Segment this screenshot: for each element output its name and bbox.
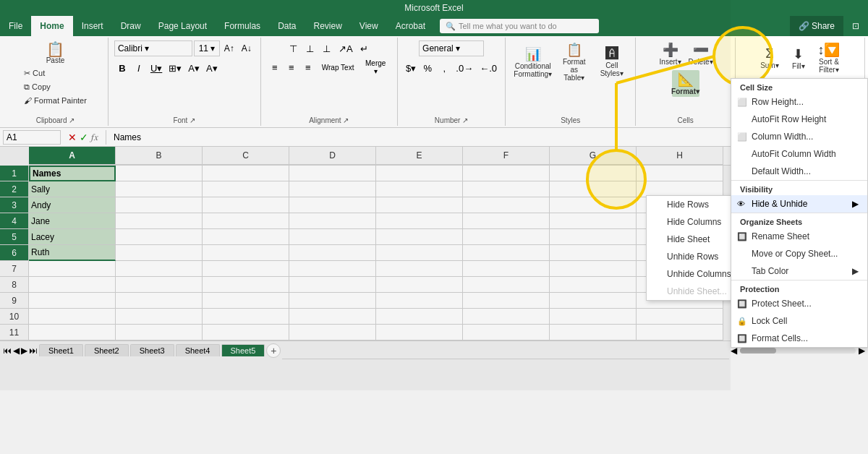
- cell-C9[interactable]: [203, 293, 289, 309]
- cell-F10[interactable]: [463, 309, 550, 325]
- format-cells-button[interactable]: 📐 Format▾: [672, 70, 699, 97]
- cell-D10[interactable]: [289, 309, 376, 325]
- cell-A9[interactable]: [29, 293, 116, 309]
- row-header-4[interactable]: 4: [0, 213, 28, 229]
- cell-C8[interactable]: [203, 277, 289, 293]
- tab-pagelayout[interactable]: Page Layout: [150, 16, 216, 36]
- tab-file[interactable]: File: [0, 16, 31, 36]
- tab-review[interactable]: Review: [305, 16, 350, 36]
- tab-share[interactable]: 🔗 Share: [790, 16, 843, 36]
- paste-button[interactable]: 📋 Paste: [43, 40, 68, 66]
- cell-E2[interactable]: [376, 181, 463, 197]
- copy-button[interactable]: ⧉ Copy: [21, 81, 90, 93]
- cell-B1[interactable]: [116, 166, 203, 181]
- horizontal-scrollbar[interactable]: [740, 348, 856, 354]
- increase-font-button[interactable]: A↑: [221, 40, 237, 56]
- cell-C4[interactable]: [203, 213, 289, 229]
- align-center-button[interactable]: ≡: [284, 59, 299, 75]
- cell-D3[interactable]: [289, 197, 376, 213]
- sheet-tab-sheet1[interactable]: Sheet1: [39, 344, 83, 356]
- cell-F3[interactable]: [463, 197, 550, 213]
- rename-sheet-item[interactable]: 🔲 Rename Sheet: [731, 228, 867, 245]
- cell-B3[interactable]: [116, 197, 203, 213]
- cell-C7[interactable]: [203, 261, 289, 277]
- cell-G4[interactable]: [550, 213, 637, 229]
- last-sheet-icon[interactable]: ⏭: [29, 346, 38, 356]
- sheet-tab-sheet5[interactable]: Sheet5: [221, 344, 265, 356]
- wrap-text-button[interactable]: Wrap Text: [317, 59, 359, 75]
- cell-E11[interactable]: [376, 325, 463, 340]
- cell-D4[interactable]: [289, 213, 376, 229]
- first-sheet-icon[interactable]: ⏮: [3, 346, 12, 356]
- font-family-selector[interactable]: Calibri ▾: [114, 40, 192, 56]
- cell-F4[interactable]: [463, 213, 550, 229]
- cell-F2[interactable]: [463, 181, 550, 197]
- align-top-button[interactable]: ⊤: [286, 40, 302, 56]
- cell-D7[interactable]: [289, 261, 376, 277]
- cell-D1[interactable]: [289, 166, 376, 181]
- indent-button[interactable]: ↵: [357, 40, 373, 56]
- decrease-decimal-button[interactable]: ←.0: [477, 60, 500, 76]
- tab-color-item[interactable]: Tab Color ▶: [731, 262, 867, 280]
- cell-H10[interactable]: [637, 309, 723, 325]
- underline-button[interactable]: U▾: [148, 60, 165, 76]
- cell-C10[interactable]: [203, 309, 289, 325]
- cell-A8[interactable]: [29, 277, 116, 293]
- percent-button[interactable]: %: [420, 60, 435, 76]
- cancel-formula-icon[interactable]: ✕: [68, 132, 77, 143]
- cell-C11[interactable]: [203, 325, 289, 340]
- cell-E4[interactable]: [376, 213, 463, 229]
- cell-D5[interactable]: [289, 229, 376, 245]
- cell-G8[interactable]: [550, 277, 637, 293]
- tab-formulas[interactable]: Formulas: [216, 16, 269, 36]
- align-right-button[interactable]: ≡: [300, 59, 316, 75]
- autofit-row-height-item[interactable]: AutoFit Row Height: [731, 111, 867, 128]
- cell-A4[interactable]: Jane: [29, 213, 116, 229]
- border-button[interactable]: ⊞▾: [166, 60, 184, 76]
- cell-F11[interactable]: [463, 325, 550, 340]
- confirm-formula-icon[interactable]: ✓: [80, 132, 88, 143]
- col-header-D[interactable]: D: [289, 147, 376, 165]
- cell-G5[interactable]: [550, 229, 637, 245]
- cell-E7[interactable]: [376, 261, 463, 277]
- cell-A6[interactable]: Ruth: [29, 245, 116, 261]
- cell-E8[interactable]: [376, 277, 463, 293]
- currency-button[interactable]: $▾: [403, 60, 419, 76]
- cell-G11[interactable]: [550, 325, 637, 340]
- next-sheet-icon[interactable]: ▶: [21, 346, 27, 356]
- conditional-formatting-button[interactable]: 📊 Conditional Formatting▾: [513, 45, 553, 80]
- cell-C5[interactable]: [203, 229, 289, 245]
- font-color-button[interactable]: A▾: [203, 60, 221, 76]
- cell-B10[interactable]: [116, 309, 203, 325]
- row-header-3[interactable]: 3: [0, 197, 28, 213]
- align-middle-button[interactable]: ⊥: [302, 40, 318, 56]
- add-sheet-button[interactable]: +: [266, 343, 281, 358]
- lock-cell-item[interactable]: 🔒 Lock Cell: [731, 312, 867, 330]
- cell-G7[interactable]: [550, 261, 637, 277]
- cell-B9[interactable]: [116, 293, 203, 309]
- merge-center-button[interactable]: Merge ▾: [360, 59, 391, 75]
- align-bottom-button[interactable]: ⊥: [319, 40, 335, 56]
- column-width-item[interactable]: ⬜ Column Width...: [731, 128, 867, 145]
- insert-function-icon[interactable]: 𝑓𝑥: [91, 132, 98, 143]
- cell-F7[interactable]: [463, 261, 550, 277]
- cell-B2[interactable]: [116, 181, 203, 197]
- col-header-F[interactable]: F: [463, 147, 550, 165]
- cell-G9[interactable]: [550, 293, 637, 309]
- cell-C1[interactable]: [203, 166, 289, 181]
- cell-B4[interactable]: [116, 213, 203, 229]
- cell-G1[interactable]: [550, 166, 637, 181]
- cell-A3[interactable]: Andy: [29, 197, 116, 213]
- cell-E3[interactable]: [376, 197, 463, 213]
- tab-data[interactable]: Data: [269, 16, 305, 36]
- col-header-C[interactable]: C: [203, 147, 289, 165]
- font-size-selector[interactable]: 11 ▾: [194, 40, 219, 56]
- prev-sheet-icon[interactable]: ◀: [13, 346, 20, 356]
- row-header-5[interactable]: 5: [0, 229, 28, 245]
- fill-button[interactable]: ⬇ Fill▾: [786, 45, 812, 72]
- cell-E9[interactable]: [376, 293, 463, 309]
- align-left-button[interactable]: ≡: [267, 59, 283, 75]
- cell-D2[interactable]: [289, 181, 376, 197]
- restore-btn[interactable]: ⊡: [843, 16, 868, 36]
- cell-E5[interactable]: [376, 229, 463, 245]
